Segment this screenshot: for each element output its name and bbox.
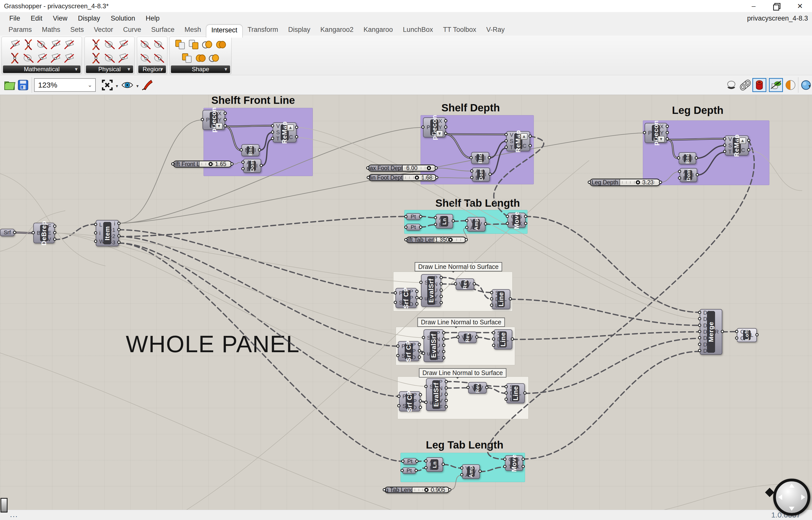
- output-port-x[interactable]: X: [518, 220, 522, 227]
- output-port-x[interactable]: X: [660, 123, 664, 130]
- slider-track[interactable]: 3.23: [620, 179, 660, 185]
- port-dot[interactable]: [32, 231, 35, 234]
- node-evalsrf-1[interactable]: EvalSrfSuvPNUVF: [421, 274, 441, 307]
- output-port-n[interactable]: N: [433, 281, 438, 287]
- input-port-a[interactable]: A: [429, 458, 433, 465]
- input-port-g[interactable]: G: [511, 213, 515, 220]
- port-dot[interactable]: [440, 276, 443, 279]
- slider-knob[interactable]: [424, 488, 428, 492]
- menu-edit[interactable]: Edit: [26, 12, 48, 25]
- tab-display[interactable]: Display: [283, 24, 315, 35]
- mathematical-component-icon-1-0[interactable]: [8, 51, 22, 65]
- input-port-d[interactable]: D: [497, 336, 501, 343]
- node-bnd-c[interactable]: BndNI: [679, 152, 696, 164]
- port-dot[interactable]: [666, 125, 669, 128]
- port-dot[interactable]: [53, 225, 56, 228]
- port-dot[interactable]: [419, 399, 422, 402]
- down-expand-icon[interactable]: ▼: [657, 136, 665, 142]
- save-file-icon[interactable]: [16, 78, 30, 92]
- output-port-g[interactable]: G: [518, 213, 522, 220]
- input-port-s[interactable]: S: [429, 384, 433, 390]
- node-rev-1[interactable]: RevVV: [456, 279, 474, 290]
- input-port-a[interactable]: A: [475, 168, 479, 175]
- port-dot[interactable]: [419, 226, 422, 229]
- port-dot[interactable]: [698, 336, 701, 339]
- node-dom-a[interactable]: DomABI: [243, 159, 261, 173]
- slider-track[interactable]: 1.68: [403, 175, 436, 180]
- mathematical-component-icon-1-1[interactable]: [22, 51, 35, 65]
- input-port-a[interactable]: A: [439, 215, 443, 221]
- port-dot[interactable]: [271, 124, 274, 127]
- input-port-l[interactable]: L: [99, 222, 102, 228]
- region-component-icon-0-0[interactable]: [139, 38, 152, 51]
- output-port-p[interactable]: P: [410, 288, 413, 295]
- output-port-i[interactable]: I: [256, 162, 258, 169]
- port-dot[interactable]: [454, 282, 457, 285]
- port-dot[interactable]: [503, 458, 506, 461]
- output-port-u[interactable]: U: [436, 342, 440, 349]
- mathematical-component-icon-0-2[interactable]: [35, 38, 49, 51]
- output-port-l[interactable]: L: [506, 336, 509, 343]
- port-dot[interactable]: [460, 466, 464, 470]
- input-port-t[interactable]: T: [508, 464, 512, 470]
- port-dot[interactable]: [698, 323, 701, 327]
- port-dot[interactable]: [418, 349, 421, 353]
- input-port-t[interactable]: T: [276, 135, 279, 142]
- up-expand-icon[interactable]: ▲: [521, 133, 528, 140]
- port-dot[interactable]: [698, 349, 701, 352]
- port-dot[interactable]: [504, 146, 508, 149]
- port-dot[interactable]: [504, 133, 508, 136]
- port-dot[interactable]: [424, 385, 427, 388]
- port-dot[interactable]: [470, 169, 473, 173]
- input-port-s[interactable]: S: [402, 403, 406, 409]
- output-port-v[interactable]: V: [436, 349, 440, 355]
- slider-leg-depth[interactable]: Leg Depth3.23: [589, 179, 661, 186]
- port-dot[interactable]: [678, 170, 681, 173]
- menu-help[interactable]: Help: [140, 12, 165, 25]
- preview-eye-icon[interactable]: [120, 78, 134, 92]
- port-dot[interactable]: [422, 352, 425, 355]
- physical-component-icon-0-0[interactable]: [89, 38, 103, 51]
- node-remap-a[interactable]: ReMapVSTR▲C: [273, 123, 297, 142]
- input-port-b[interactable]: B: [475, 175, 479, 181]
- shape-component-icon-1-1[interactable]: [194, 51, 207, 65]
- port-dot[interactable]: [504, 391, 508, 395]
- port-dot[interactable]: [504, 397, 508, 401]
- output-port-i[interactable]: I: [691, 155, 693, 161]
- output-port-p[interactable]: P: [434, 275, 438, 281]
- input-port-v[interactable]: V: [510, 132, 513, 138]
- port-dot[interactable]: [529, 134, 532, 138]
- minimize-button[interactable]: –: [746, 0, 762, 12]
- port-dot[interactable]: [421, 125, 424, 129]
- input-port-t[interactable]: T: [511, 220, 514, 227]
- mathematical-component-icon-1-4[interactable]: [62, 51, 76, 65]
- output-port-x[interactable]: X: [438, 118, 442, 124]
- output-port-n[interactable]: N: [436, 336, 440, 343]
- port-dot[interactable]: [241, 167, 245, 170]
- panel-expand-icon[interactable]: ▼: [74, 67, 79, 72]
- port-dot[interactable]: [424, 400, 427, 404]
- node-srfcp-1[interactable]: Srf CPPSPuvPD: [395, 288, 417, 308]
- output-port-x[interactable]: X: [218, 110, 222, 117]
- port-dot[interactable]: [503, 465, 506, 468]
- output-port-e[interactable]: E: [47, 230, 51, 236]
- port-dot[interactable]: [440, 288, 443, 292]
- port-dot[interactable]: [366, 166, 369, 170]
- input-port-b[interactable]: B: [439, 222, 443, 228]
- port-dot[interactable]: [490, 297, 493, 301]
- input-port-a[interactable]: A: [247, 159, 250, 166]
- output-port-f[interactable]: F: [437, 355, 440, 361]
- node-pdecon-a[interactable]: pDeconPXYZ▼: [202, 110, 225, 130]
- port-dot[interactable]: [442, 463, 445, 466]
- output-port-r[interactable]: R: [733, 137, 737, 144]
- port-dot[interactable]: [117, 234, 120, 238]
- mathematical-component-icon-0-1[interactable]: [22, 38, 35, 51]
- tab-surface[interactable]: Surface: [146, 24, 179, 35]
- port-dot[interactable]: [467, 386, 470, 389]
- port-dot[interactable]: [419, 393, 422, 396]
- port-dot[interactable]: [444, 125, 447, 129]
- output-port-y[interactable]: Y: [438, 124, 442, 131]
- output-port-i[interactable]: I: [485, 171, 486, 178]
- port-dot[interactable]: [240, 148, 243, 152]
- input-port-d5[interactable]: D5: [703, 335, 710, 341]
